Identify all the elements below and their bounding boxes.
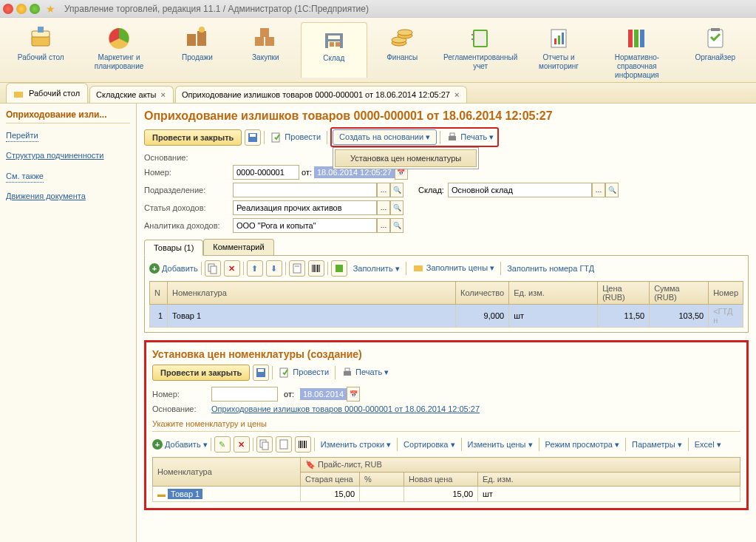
fill-button[interactable]: Заполнить ▾ [350,262,403,275]
sub-view-mode[interactable]: Режим просмотра ▾ [542,438,622,451]
warehouse-field[interactable] [448,183,592,197]
document-tabs: Рабочий стол Складские акты × Оприходова… [0,83,756,104]
pick-button[interactable] [289,260,305,277]
col-gtd[interactable]: Номер [709,282,743,305]
search-button[interactable]: 🔍 [390,200,403,215]
tab-desktop[interactable]: Рабочий стол [6,83,88,103]
col2-pricelist[interactable]: 🔖 Прайс-лист, RUB [301,458,740,472]
menu-set-prices[interactable]: Установка цен номенклатуры [335,149,477,167]
sub-print-button[interactable]: Печать ▾ [338,365,392,380]
sub-excel[interactable]: Excel ▾ [692,438,724,451]
sub-barcode-button[interactable] [295,436,311,453]
select-button[interactable]: … [377,200,390,215]
nav-sales[interactable]: Продажи [164,22,231,78]
col2-new[interactable]: Новая цена [404,472,478,487]
svg-rect-54 [345,368,350,371]
sub-osnovanie-link[interactable]: Оприходование излишков товаров 0000-0000… [211,404,480,413]
post-and-close-button[interactable]: Провести и закрыть [144,129,242,146]
close-icon[interactable]: × [161,90,166,99]
department-field[interactable] [233,183,377,197]
window-maximize[interactable] [30,4,40,14]
number-field[interactable] [233,165,299,180]
sub-edit-button[interactable]: ✎ [214,436,231,453]
sub-pick-button[interactable] [276,436,292,453]
post-button[interactable]: Провести [268,130,324,145]
export-button[interactable] [331,260,347,277]
sub-copy-button[interactable] [256,436,273,453]
svg-rect-14 [330,42,334,47]
search-button[interactable]: 🔍 [390,218,403,233]
col-unit[interactable]: Ед. изм. [509,282,598,305]
sidebar-link-structure[interactable]: Структура подчиненности [6,149,130,161]
select-button[interactable]: … [377,183,390,197]
tab-warehouse-acts[interactable]: Складские акты × [89,86,174,103]
nav-purchases[interactable]: Закупки [232,22,299,78]
svg-rect-44 [313,265,315,272]
col2-old[interactable]: Старая цена [301,472,360,487]
search-button[interactable]: 🔍 [605,183,619,197]
tab-comment[interactable]: Комментарий [203,239,273,255]
sub-params[interactable]: Параметры ▾ [629,438,685,451]
fill-prices-button[interactable]: Заполнить цены ▾ [409,261,497,276]
col-quantity[interactable]: Количество [456,282,509,305]
move-up-button[interactable]: ⬆ [247,260,263,277]
tab-goods[interactable]: Товары (1) [144,240,203,256]
table-row[interactable]: ▬ Товар 1 15,00 15,00 шт [153,487,740,502]
create-based-on-button[interactable]: Создать на основании ▾ [333,129,437,145]
nav-marketing[interactable]: Маркетинг и планирование [75,22,162,78]
sub-delete-button[interactable]: ✕ [234,436,250,453]
save-button[interactable] [245,129,261,146]
fill-gtd-button[interactable]: Заполнить номера ГТД [504,262,597,274]
sub-post-button[interactable]: Провести [276,365,332,380]
sidebar-link-movements[interactable]: Движения документа [6,190,130,202]
nav-reports[interactable]: Отчеты и мониторинг [525,22,592,78]
sub-date-field[interactable]: 18.06.2014 [300,388,347,400]
nav-warehouse[interactable]: Склад [301,22,368,78]
select-button[interactable]: … [592,183,605,197]
income-item-field[interactable] [233,200,377,215]
nav-organizer[interactable]: Органайзер [682,22,749,78]
sub-save-button[interactable] [253,365,269,381]
sub-sort[interactable]: Сортировка ▾ [401,438,457,451]
search-button[interactable]: 🔍 [390,183,403,197]
nav-finance[interactable]: Финансы [369,22,435,78]
window-minimize[interactable] [16,4,27,14]
col-price[interactable]: Цена (RUB) [598,282,650,305]
svg-rect-5 [197,31,206,46]
col2-pct[interactable]: % [360,472,404,487]
sub-number-field[interactable] [211,387,278,402]
label-department: Подразделение: [144,186,233,194]
nav-desktop[interactable]: Рабочий стол [7,22,74,78]
svg-rect-27 [562,33,564,44]
binder-icon [467,25,494,52]
sub-change-prices[interactable]: Изменить цены ▾ [465,438,536,451]
svg-rect-41 [293,264,301,273]
print-button[interactable]: Печать ▾ [443,130,497,145]
move-down-button[interactable]: ⬇ [266,260,282,277]
close-icon[interactable]: × [454,90,459,99]
calendar-button[interactable]: 📅 [347,387,360,402]
col2-unit[interactable]: Ед. изм. [478,472,740,487]
sub-change-lines[interactable]: Изменить строки ▾ [318,438,394,451]
col-n[interactable]: N [150,282,168,305]
delete-button[interactable]: ✕ [224,260,240,277]
barcode-button[interactable] [308,260,324,277]
barcode-icon [297,438,309,450]
nav-regulated[interactable]: Регламентированный учет [437,22,523,78]
command-bar: Провести и закрыть Провести Создать на о… [144,127,749,147]
sub-label-osnovanie: Основание: [152,404,211,413]
save-icon [255,367,267,379]
col-nomenclature[interactable]: Номенклатура [168,282,456,305]
table-row[interactable]: 1 Товар 1 9,000 шт 11,50 103,50 <ГТД н [150,305,743,328]
add-button[interactable]: +Добавить [149,263,198,274]
select-button[interactable]: … [377,218,390,233]
window-close[interactable] [3,4,13,14]
copy-button[interactable] [205,260,221,277]
tab-document[interactable]: Оприходование излишков товаров 0000-0000… [175,86,467,103]
sub-post-close-button[interactable]: Провести и закрыть [152,365,250,381]
col2-nom[interactable]: Номенклатура [153,458,301,487]
sub-add-button[interactable]: +Добавить ▾ [152,439,208,450]
nav-reference[interactable]: Нормативно-справочная информация [593,22,680,78]
col-sum[interactable]: Сумма (RUB) [650,282,709,305]
analytics-field[interactable] [233,218,377,233]
